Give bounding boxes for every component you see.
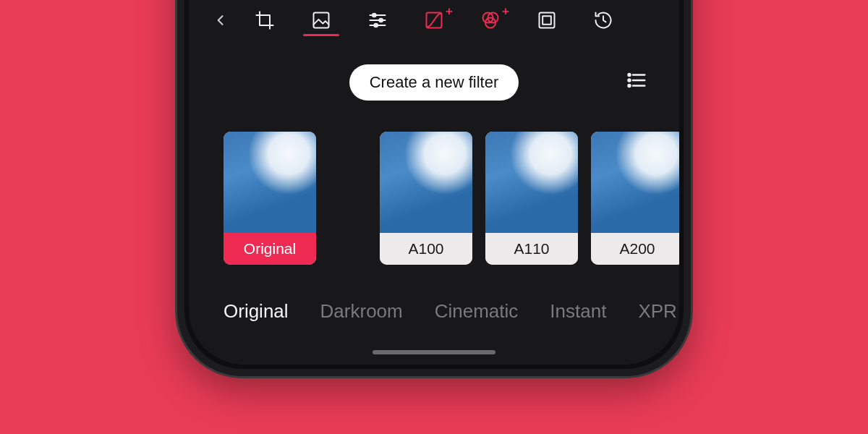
create-filter-row: Create a new filter bbox=[189, 64, 679, 101]
filter-preview bbox=[224, 132, 316, 233]
back-button[interactable] bbox=[213, 1, 228, 39]
svg-point-16 bbox=[629, 74, 631, 76]
svg-point-17 bbox=[629, 80, 631, 82]
history-tool[interactable] bbox=[592, 9, 615, 32]
channels-tool[interactable]: + bbox=[479, 9, 502, 32]
filter-preview bbox=[591, 132, 679, 233]
create-filter-button[interactable]: Create a new filter bbox=[349, 64, 519, 101]
filter-thumb-a200[interactable]: A200 bbox=[591, 132, 679, 265]
filter-thumbnails[interactable]: Original A100 A110 A200 bbox=[189, 132, 679, 269]
filter-thumb-a110[interactable]: A110 bbox=[485, 132, 578, 265]
category-darkroom[interactable]: Darkroom bbox=[320, 300, 403, 323]
channels-icon bbox=[480, 10, 501, 30]
editor-toolbar: + + bbox=[189, 1, 679, 39]
history-icon bbox=[593, 10, 613, 30]
filter-thumb-original[interactable]: Original bbox=[224, 132, 316, 265]
filter-thumb-a100[interactable]: A100 bbox=[380, 132, 472, 265]
plus-badge: + bbox=[446, 4, 453, 19]
picture-tool[interactable] bbox=[310, 9, 333, 32]
filter-label: A110 bbox=[485, 233, 578, 265]
adjust-tool[interactable] bbox=[366, 9, 389, 32]
filter-preview bbox=[380, 132, 472, 233]
plus-badge: + bbox=[502, 4, 509, 19]
filter-categories[interactable]: Original Darkroom Cinematic Instant XPR bbox=[189, 295, 679, 327]
svg-rect-0 bbox=[314, 13, 329, 28]
category-xpr[interactable]: XPR bbox=[638, 300, 676, 323]
filter-list-button[interactable] bbox=[626, 69, 649, 93]
filter-label: A200 bbox=[591, 233, 679, 265]
home-indicator[interactable] bbox=[373, 350, 495, 354]
curves-tool[interactable]: + bbox=[422, 9, 446, 32]
svg-rect-12 bbox=[542, 16, 551, 25]
category-instant[interactable]: Instant bbox=[550, 300, 606, 323]
frame-tool[interactable] bbox=[535, 9, 558, 32]
picture-icon bbox=[311, 10, 331, 30]
filter-label: A100 bbox=[380, 233, 472, 265]
category-original[interactable]: Original bbox=[224, 300, 289, 323]
phone-frame: + + Create a new filter bbox=[177, 0, 691, 376]
thumb-gap bbox=[329, 132, 367, 269]
category-cinematic[interactable]: Cinematic bbox=[435, 300, 519, 323]
sliders-icon bbox=[367, 10, 388, 30]
svg-rect-11 bbox=[540, 13, 555, 28]
editor-panel: + + Create a new filter bbox=[189, 1, 679, 365]
list-icon bbox=[626, 69, 647, 91]
svg-point-18 bbox=[629, 85, 631, 87]
active-tool-underline bbox=[303, 34, 339, 36]
crop-icon bbox=[255, 10, 275, 30]
filter-preview bbox=[485, 132, 578, 233]
chevron-left-icon bbox=[213, 9, 228, 32]
curves-icon bbox=[424, 10, 444, 30]
frame-icon bbox=[537, 10, 557, 30]
filter-label: Original bbox=[224, 233, 316, 265]
phone-screen: + + Create a new filter bbox=[189, 0, 679, 365]
create-filter-label: Create a new filter bbox=[370, 73, 499, 92]
crop-tool[interactable] bbox=[253, 9, 276, 32]
